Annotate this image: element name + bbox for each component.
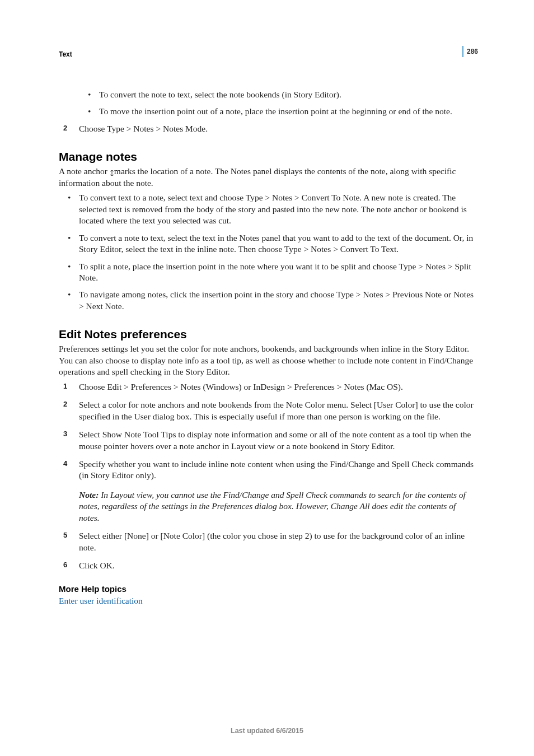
text-fragment: marks the location of a note. The Notes … [59,166,456,187]
page-number: 286 [467,48,478,55]
heading-manage-notes: Manage notes [59,150,475,164]
list-item: To move the insertion point out of a not… [99,106,475,117]
step-item: Select a color for note anchors and note… [79,399,475,422]
step-text: Select a color for note anchors and note… [79,400,474,421]
step-text: Select either [None] or [Note Color] (th… [79,531,465,552]
bullet-text: To split a note, place the insertion poi… [79,262,471,282]
list-item: To convert the note to text, select the … [99,89,475,100]
note-text: In Layout view, you cannot use the Find/… [79,490,466,522]
note-anchor-icon [110,167,114,173]
manage-intro: A note anchor marks the location of a no… [59,166,475,189]
step-item: Select either [None] or [Note Color] (th… [79,530,475,553]
step-text: Select Show Note Tool Tips to display no… [79,430,471,450]
bullet-text: To move the insertion point out of a not… [99,106,452,116]
link-enter-user-identification[interactable]: Enter user identification [59,596,143,605]
edit-step-list: Choose Edit > Preferences > Notes (Windo… [59,381,475,572]
bullet-text: To convert the note to text, select the … [99,90,341,99]
page-footer: Last updated 6/6/2015 [0,727,534,735]
bullet-text: To convert a note to text, select the te… [79,233,473,254]
page-number-rule: 286 [462,46,478,57]
list-item: To convert text to a note, select text a… [79,192,475,226]
list-item: To split a note, place the insertion poi… [79,261,475,284]
running-header: Text [59,50,475,58]
note-callout: Note: In Layout view, you cannot use the… [79,489,475,524]
step-text: Specify whether you want to include inli… [79,459,474,480]
manage-bullet-list: To convert text to a note, select text a… [59,192,475,312]
heading-more-help: More Help topics [59,584,475,594]
list-item: To navigate among notes, click the inser… [79,289,475,312]
step-item: Choose Edit > Preferences > Notes (Windo… [79,381,475,393]
step-text: Choose Edit > Preferences > Notes (Windo… [79,382,403,391]
step-item: Select Show Note Tool Tips to display no… [79,429,475,452]
step-text: Choose Type > Notes > Notes Mode. [79,124,208,133]
step-item: Specify whether you want to include inli… [79,459,475,524]
step-list-continue: Choose Type > Notes > Notes Mode. [59,123,475,134]
bullet-text: To convert text to a note, select text a… [79,193,467,225]
step-text: Click OK. [79,561,115,570]
list-item: To convert a note to text, select the te… [79,232,475,255]
edit-intro: Preferences settings let you set the col… [59,343,475,377]
document-page: 286 Text To convert the note to text, se… [0,0,534,756]
text-fragment: A note anchor [59,166,110,176]
note-label: Note: [79,490,99,500]
bullet-text: To navigate among notes, click the inser… [79,290,474,310]
intro-bullet-list: To convert the note to text, select the … [59,89,475,118]
heading-edit-notes-preferences: Edit Notes preferences [59,328,475,341]
step-item: Click OK. [79,560,475,571]
step-item: Choose Type > Notes > Notes Mode. [79,123,475,134]
